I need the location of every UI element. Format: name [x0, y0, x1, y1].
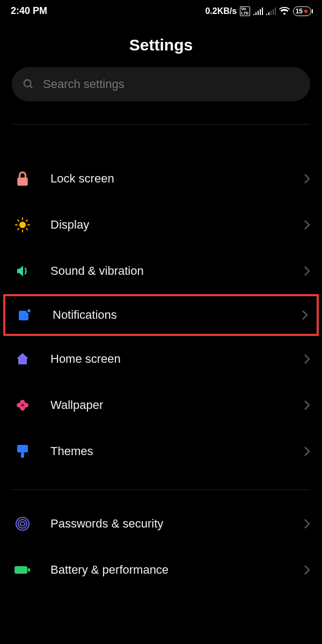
svg-point-18	[18, 519, 27, 528]
svg-rect-2	[17, 178, 27, 186]
chevron-right-icon	[304, 400, 310, 411]
row-label: Battery & performance	[50, 563, 304, 577]
wifi-icon	[279, 7, 290, 15]
row-lock-screen[interactable]: Lock screen	[0, 156, 322, 202]
search-input[interactable]	[43, 77, 299, 91]
svg-rect-20	[14, 566, 27, 574]
svg-point-13	[27, 309, 31, 313]
lock-icon	[12, 171, 33, 186]
svg-line-1	[30, 86, 33, 89]
row-label: Lock screen	[50, 172, 304, 186]
chevron-right-icon	[304, 565, 310, 575]
chevron-right-icon	[304, 173, 310, 184]
fingerprint-icon	[12, 516, 33, 531]
svg-rect-16	[21, 452, 24, 458]
row-label: Display	[50, 218, 304, 232]
row-sound-vibration[interactable]: Sound & vibration	[0, 248, 322, 294]
network-speed: 0.2KB/s	[205, 6, 237, 16]
svg-rect-21	[28, 568, 30, 572]
notifications-icon	[14, 308, 35, 322]
search-bar[interactable]	[12, 67, 310, 101]
row-display[interactable]: Display	[0, 202, 322, 248]
svg-point-17	[20, 522, 25, 526]
chevron-right-icon	[304, 266, 310, 276]
svg-point-0	[24, 80, 31, 87]
battery-icon: 15	[293, 6, 311, 16]
row-battery-performance[interactable]: Battery & performance	[0, 547, 322, 593]
svg-line-8	[18, 220, 19, 221]
sun-icon	[12, 217, 33, 232]
page-title: Settings	[0, 36, 322, 54]
svg-rect-15	[17, 445, 28, 452]
chevron-right-icon	[302, 310, 308, 320]
chevron-right-icon	[304, 219, 310, 230]
svg-point-3	[19, 222, 26, 228]
status-time: 2:40 PM	[11, 5, 47, 17]
row-label: Home screen	[50, 352, 304, 366]
speaker-icon	[12, 264, 33, 278]
brush-icon	[12, 444, 33, 459]
status-indicators: 0.2KB/s VoLTE 15	[205, 6, 311, 16]
chevron-right-icon	[304, 354, 310, 364]
row-label: Sound & vibration	[50, 264, 304, 278]
divider	[12, 489, 310, 490]
svg-line-9	[26, 229, 27, 230]
row-wallpaper[interactable]: Wallpaper	[0, 382, 322, 428]
signal-icon-2	[266, 8, 276, 15]
signal-icon	[253, 8, 263, 15]
svg-line-11	[26, 220, 27, 221]
row-home-screen[interactable]: Home screen	[0, 336, 322, 382]
flower-icon	[12, 398, 33, 412]
row-label: Themes	[50, 444, 304, 458]
status-bar: 2:40 PM 0.2KB/s VoLTE 15	[0, 0, 322, 20]
settings-list: Lock screen Display Sound & vibration No…	[0, 156, 322, 474]
row-label: Passwords & security	[50, 517, 304, 531]
chevron-right-icon	[304, 518, 310, 529]
svg-point-14	[21, 404, 24, 407]
home-icon	[12, 352, 33, 366]
row-label: Notifications	[53, 308, 302, 322]
chevron-right-icon	[304, 446, 310, 457]
search-icon	[23, 78, 34, 90]
svg-line-10	[18, 229, 19, 230]
battery-icon	[12, 565, 33, 575]
row-label: Wallpaper	[50, 398, 304, 412]
settings-list-2: Passwords & security Battery & performan…	[0, 501, 322, 593]
row-notifications[interactable]: Notifications	[3, 294, 319, 336]
volte-icon: VoLTE	[240, 6, 250, 16]
row-themes[interactable]: Themes	[0, 428, 322, 474]
row-passwords-security[interactable]: Passwords & security	[0, 501, 322, 547]
